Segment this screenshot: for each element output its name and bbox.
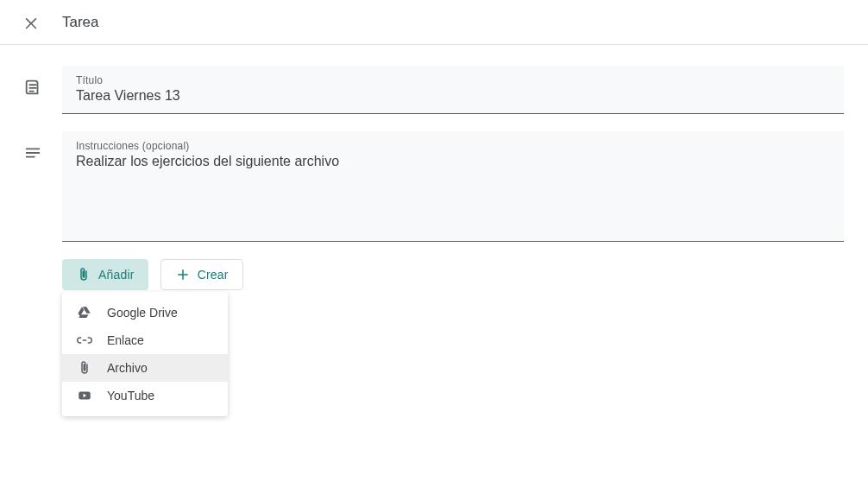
menu-item-youtube[interactable]: YouTube	[62, 382, 228, 409]
attachment-icon	[76, 267, 91, 282]
attachment-icon	[76, 360, 93, 376]
menu-item-google-drive[interactable]: Google Drive	[62, 299, 228, 326]
menu-item-label: Archivo	[107, 361, 148, 375]
menu-item-label: YouTube	[107, 389, 154, 402]
page-title: Tarea	[62, 14, 99, 31]
create-button-label: Crear	[198, 268, 229, 282]
google-drive-icon	[76, 305, 93, 320]
title-value: Tarea Viernes 13	[76, 88, 830, 106]
add-button[interactable]: Añadir	[62, 259, 148, 290]
title-label: Título	[76, 74, 830, 86]
menu-item-file[interactable]: Archivo	[62, 354, 228, 382]
title-field[interactable]: Título Tarea Viernes 13	[62, 66, 844, 114]
instructions-field[interactable]: Instrucciones (opcional) Realizar los ej…	[62, 131, 844, 242]
menu-item-link[interactable]: Enlace	[62, 326, 228, 354]
add-button-label: Añadir	[98, 268, 135, 282]
menu-item-label: Enlace	[107, 333, 144, 347]
add-dropdown: Google Drive Enlace Archivo YouTube	[62, 292, 228, 416]
instructions-value: Realizar los ejercicios del siguiente ar…	[76, 154, 830, 172]
close-button[interactable]	[14, 5, 48, 40]
create-button[interactable]: Crear	[160, 259, 243, 290]
assignment-icon	[17, 66, 48, 97]
menu-item-label: Google Drive	[107, 306, 178, 320]
youtube-icon	[76, 388, 93, 403]
instructions-label: Instrucciones (opcional)	[76, 140, 830, 152]
notes-icon	[17, 131, 48, 162]
link-icon	[76, 332, 93, 348]
close-icon	[22, 14, 40, 31]
plus-icon	[175, 267, 191, 282]
